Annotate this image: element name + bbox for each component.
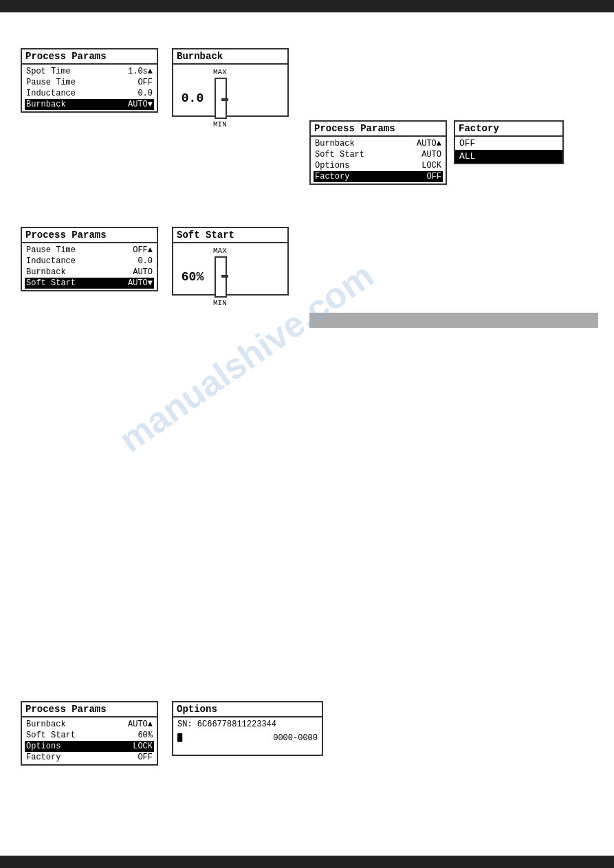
burnback-body: 0.0 MAX MIN [173, 65, 287, 132]
panel2-row3-value: OFF [407, 172, 441, 181]
process-params-panel-1: Process Params Spot Time 1.0s▲ Pause Tim… [21, 48, 158, 113]
options-panel: Options SN: 6C66778811223344 █ 0000-0000 [172, 701, 323, 756]
burnback-panel: Burnback 0.0 MAX MIN [172, 48, 289, 117]
soft-start-slider-thumb [221, 275, 228, 278]
panel2-row0-label: Burnback [315, 139, 370, 148]
panel1-row-0: Spot Time 1.0s▲ [25, 66, 154, 77]
factory-title: Factory [455, 122, 562, 137]
burnback-slider: MAX MIN [213, 68, 227, 129]
panel1-content: Spot Time 1.0s▲ Pause Time OFF Inductanc… [22, 65, 157, 111]
soft-start-panel: Soft Start 60% MAX MIN [172, 227, 289, 296]
panel3-row2-value: AUTO [118, 267, 153, 277]
panel3-row-2: Burnback AUTO [25, 267, 154, 278]
soft-start-max-label: MAX [213, 247, 227, 255]
bottom-bar [0, 856, 614, 868]
panel1-row2-label: Inductance [26, 89, 81, 98]
panel4-row-2: Options LOCK [25, 741, 154, 752]
panel1-row3-value: AUTO▼ [118, 100, 153, 109]
panel3-row0-label: Pause Time [26, 245, 81, 255]
burnback-slider-track [215, 78, 227, 119]
panel1-row1-label: Pause Time [26, 78, 81, 87]
burnback-min-label: MIN [213, 120, 227, 129]
factory-item-all[interactable]: ALL [455, 150, 562, 163]
panel3-row2-label: Burnback [26, 267, 81, 277]
options-code-row: █ 0000-0000 [176, 733, 319, 744]
panel4-row1-value: 60% [118, 731, 153, 740]
panel4-row-3: Factory OFF [25, 752, 154, 763]
panel4-row1-label: Soft Start [26, 731, 81, 740]
panel1-row-1: Pause Time OFF [25, 77, 154, 88]
process-params-panel-4: Process Params Burnback AUTO▲ Soft Start… [21, 701, 158, 766]
panel4-row2-value: LOCK [118, 742, 153, 751]
burnback-slider-thumb [221, 98, 228, 101]
options-serial-row: SN: 6C66778811223344 [176, 719, 319, 730]
options-title: Options [173, 702, 322, 717]
options-content: SN: 6C66778811223344 █ 0000-0000 [173, 717, 322, 745]
panel3-row-3: Soft Start AUTO▼ [25, 278, 154, 289]
panel4-row3-label: Factory [26, 753, 81, 762]
panel2-row3-label: Factory [315, 172, 370, 181]
panel4-title: Process Params [22, 702, 157, 717]
panel2-row2-label: Options [315, 161, 370, 170]
panel1-row2-value: 0.0 [118, 89, 153, 98]
panel2-content: Burnback AUTO▲ Soft Start AUTO Options L… [311, 137, 446, 183]
panel3-row1-value: 0.0 [118, 256, 153, 266]
soft-start-min-label: MIN [213, 299, 227, 307]
panel1-title: Process Params [22, 49, 157, 65]
panel1-row-3: Burnback AUTO▼ [25, 99, 154, 110]
panel2-row-0: Burnback AUTO▲ [314, 138, 443, 149]
panel2-row-2: Options LOCK [314, 160, 443, 171]
panel3-row3-label: Soft Start [26, 278, 81, 288]
panel3-row3-value: AUTO▼ [118, 278, 153, 288]
panel2-row-3: Factory OFF [314, 171, 443, 182]
burnback-max-label: MAX [213, 68, 227, 76]
soft-start-title: Soft Start [173, 228, 287, 243]
process-params-panel-3: Process Params Pause Time OFF▲ Inductanc… [21, 227, 158, 291]
options-code-prefix: █ [177, 733, 182, 743]
panel4-row-0: Burnback AUTO▲ [25, 719, 154, 730]
panel3-row0-value: OFF▲ [118, 245, 153, 255]
panel2-title: Process Params [311, 122, 446, 137]
panel2-row1-value: AUTO [407, 150, 441, 159]
burnback-value: 0.0 [179, 91, 206, 105]
panel1-row3-label: Burnback [26, 100, 81, 109]
panel2-row2-value: LOCK [407, 161, 441, 170]
panel2-row1-label: Soft Start [315, 150, 370, 159]
gray-banner [309, 313, 598, 328]
soft-start-body: 60% MAX MIN [173, 243, 287, 311]
factory-all-label: ALL [459, 151, 475, 162]
options-code-value: 0000-0000 [273, 733, 318, 743]
panel1-row0-label: Spot Time [26, 67, 81, 76]
panel3-title: Process Params [22, 228, 157, 243]
panel2-row0-value: AUTO▲ [407, 139, 441, 148]
panel1-row-2: Inductance 0.0 [25, 88, 154, 99]
panel4-row-1: Soft Start 60% [25, 730, 154, 741]
factory-item-off[interactable]: OFF [455, 137, 562, 150]
panel1-row1-value: OFF [118, 78, 153, 87]
panel4-row2-label: Options [26, 742, 81, 751]
factory-panel: Factory OFF ALL [454, 120, 564, 164]
panel3-row-0: Pause Time OFF▲ [25, 245, 154, 256]
panel2-row-1: Soft Start AUTO [314, 149, 443, 160]
panel4-content: Burnback AUTO▲ Soft Start 60% Options LO… [22, 717, 157, 764]
panel4-row0-value: AUTO▲ [118, 720, 153, 729]
options-serial: SN: 6C66778811223344 [177, 720, 276, 729]
panel3-content: Pause Time OFF▲ Inductance 0.0 Burnback … [22, 243, 157, 290]
soft-start-value: 60% [179, 270, 206, 284]
soft-start-slider-track [215, 256, 227, 298]
panel4-row3-value: OFF [118, 753, 153, 762]
factory-off-label: OFF [459, 138, 475, 148]
panel4-row0-label: Burnback [26, 720, 81, 729]
soft-start-slider: MAX MIN [213, 247, 227, 307]
panel1-row0-value: 1.0s▲ [118, 67, 153, 76]
process-params-panel-2: Process Params Burnback AUTO▲ Soft Start… [309, 120, 447, 185]
top-bar [0, 0, 614, 12]
panel3-row-1: Inductance 0.0 [25, 256, 154, 267]
panel3-row1-label: Inductance [26, 256, 81, 266]
burnback-title: Burnback [173, 49, 287, 65]
